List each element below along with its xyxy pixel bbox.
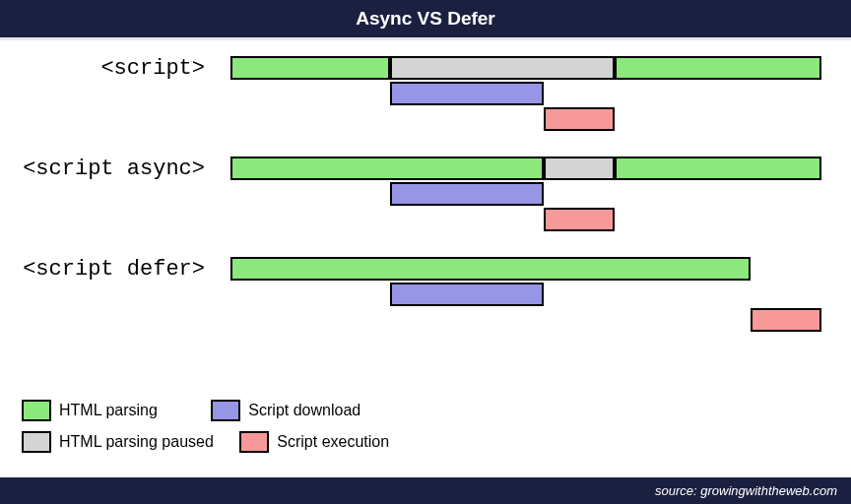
page-title: Async VS Defer [0, 0, 851, 40]
bar-html-parsing [615, 157, 821, 180]
legend-label: HTML parsing [59, 402, 158, 419]
row-script-async: <script async> [6, 151, 831, 251]
swatch-download [211, 400, 240, 421]
legend-label: Script execution [277, 433, 389, 451]
bar-parsing-paused [390, 56, 615, 80]
source-footer: source: growingwiththeweb.com [0, 477, 851, 504]
legend-label: Script download [248, 402, 360, 419]
bar-script-download [390, 283, 544, 306]
bar-script-download [390, 182, 544, 206]
bar-html-parsing [230, 157, 544, 180]
bar-parsing-paused [544, 157, 615, 180]
legend: HTML parsing Script download HTML parsin… [22, 400, 411, 463]
row-label: <script defer> [0, 257, 205, 282]
row-label: <script> [0, 56, 205, 81]
timeline-track [230, 257, 821, 338]
bar-html-parsing [615, 56, 821, 80]
bar-script-execution [751, 308, 821, 332]
row-label: <script async> [0, 157, 205, 181]
timeline-track [230, 157, 821, 237]
legend-item-parse: HTML parsing [22, 400, 158, 421]
timeline-track [230, 56, 821, 137]
bar-html-parsing [230, 56, 390, 80]
bar-script-execution [544, 208, 615, 231]
legend-item-paused: HTML parsing paused [22, 431, 214, 453]
legend-item-download: Script download [211, 400, 360, 421]
legend-label: HTML parsing paused [59, 433, 214, 451]
swatch-exec [239, 431, 269, 453]
row-script-defer: <script defer> [6, 251, 831, 351]
row-script-plain: <script> [6, 50, 831, 151]
bar-script-download [390, 82, 544, 105]
bar-script-execution [544, 107, 615, 131]
legend-item-exec: Script execution [239, 431, 389, 453]
diagram-area: <script> <script async> <script defer> [0, 40, 851, 351]
bar-html-parsing [230, 257, 751, 281]
swatch-parse [22, 400, 51, 421]
swatch-paused [22, 431, 51, 453]
